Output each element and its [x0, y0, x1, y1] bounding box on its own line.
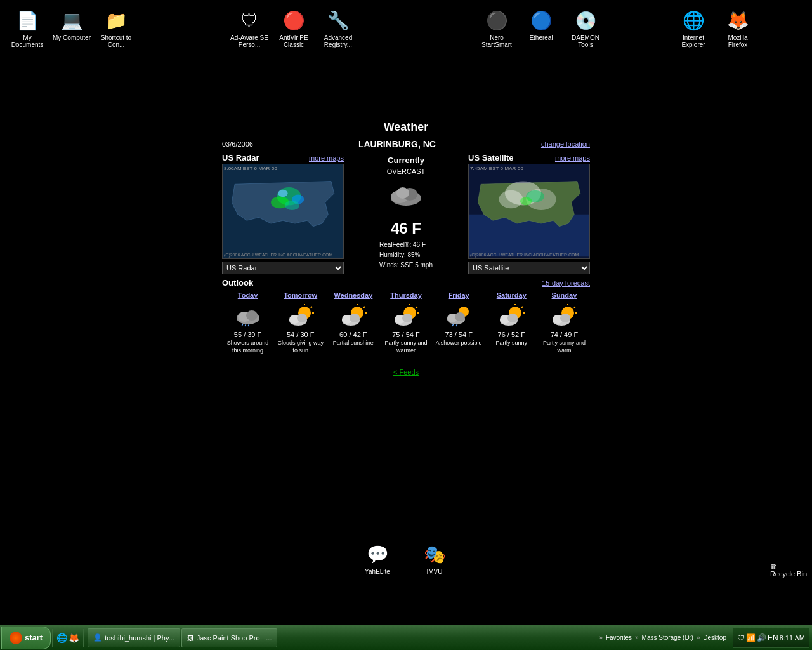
wednesday-name[interactable]: Wednesday — [334, 291, 372, 299]
desktop-icons-top-left: 📄 My Documents 💻 My Computer 📁 Shortcut … — [5, 5, 138, 51]
friday-name[interactable]: Friday — [449, 291, 469, 299]
desktop-icon-firefox[interactable]: 🦊 Mozilla Firefox — [716, 5, 760, 51]
desktop-icon-advanced-registry[interactable]: 🔧 Advanced Registry... — [316, 5, 360, 51]
toshibi-label: toshibi_humshi | Phy... — [105, 634, 174, 642]
desktop-icons-bottom: 💬 YahELite 🎭 IMVU — [355, 539, 457, 578]
start-button[interactable]: start — [1, 627, 51, 649]
firefox-quicklaunch-icon[interactable]: 🦊 — [69, 633, 79, 643]
desktop-icon-ethereal[interactable]: 🔵 Ethereal — [519, 5, 563, 51]
toshibi-icon: 👤 — [93, 633, 102, 642]
taskbar-separator-1 — [52, 629, 53, 647]
tomorrow-name[interactable]: Tomorrow — [284, 291, 317, 299]
daemon-label: DAEMON Tools — [566, 34, 605, 48]
weather-date: 03/6/2006 — [222, 140, 253, 148]
desktop-icon-my-computer[interactable]: 💻 My Computer — [49, 5, 94, 51]
sunday-desc: Partly sunny and warm — [540, 340, 589, 354]
taskbar-desktop[interactable]: Desktop — [700, 634, 729, 641]
us-radar-more-link[interactable]: more maps — [309, 154, 344, 162]
imvu-label: IMVU — [427, 568, 443, 575]
thursday-desc: Partly sunny and warmer — [381, 340, 430, 354]
ie-icon: 🌐 — [681, 8, 706, 33]
svg-line-52 — [521, 307, 523, 308]
us-satellite-more-link[interactable]: more maps — [555, 154, 590, 162]
desktop-icons-middle: 🛡 Ad-Aware SE Perso... 🔴 AntiVir PE Clas… — [227, 5, 360, 51]
outlook-day-today: Today 55 / 39 F Sh — [222, 290, 273, 355]
recycle-bin-icon: 🗑 — [770, 562, 807, 570]
language-tray-icon: EN — [768, 633, 778, 642]
svg-line-20 — [242, 324, 243, 326]
svg-point-47 — [455, 312, 465, 321]
weather-header: 03/6/2006 LAURINBURG, NC change location — [222, 139, 590, 149]
paintshop-icon: 🖼 — [187, 634, 194, 642]
desktop-icon-daemon[interactable]: 💿 DAEMON Tools — [563, 5, 608, 51]
taskbar-right: » Favorites » Mass Storage (D:) » Deskto… — [596, 628, 812, 648]
change-location-link[interactable]: change location — [541, 140, 590, 148]
desktop-icon-adaware[interactable]: 🛡 Ad-Aware SE Perso... — [227, 5, 272, 51]
wednesday-temp: 60 / 42 F — [339, 331, 367, 338]
start-button-label: start — [25, 633, 43, 642]
weather-location: LAURINBURG, NC — [358, 139, 436, 149]
saturday-name[interactable]: Saturday — [497, 291, 527, 299]
start-orb-icon — [10, 632, 22, 644]
taskbar-open-items: 👤 toshibi_humshi | Phy... 🖼 Jasc Paint S… — [88, 628, 596, 647]
thursday-name[interactable]: Thursday — [390, 291, 422, 299]
desktop-icon-my-documents[interactable]: 📄 My Documents — [5, 5, 49, 51]
us-satellite-header: US Satellite more maps — [468, 153, 590, 162]
taskbar-chevron-left: » — [599, 634, 603, 641]
desktop-icon-nero[interactable]: ⚫ Nero StartSmart — [475, 5, 519, 51]
svg-line-59 — [574, 307, 575, 308]
nero-label: Nero StartSmart — [477, 34, 516, 48]
desktop-icon-imvu[interactable]: 🎭 IMVU — [412, 539, 457, 578]
outlook-header: Outlook 15-day forecast — [222, 278, 590, 288]
ie-quicklaunch-icon[interactable]: 🌐 — [56, 633, 67, 643]
forecast-link[interactable]: 15-day forecast — [542, 279, 590, 287]
antivirus-tray-icon: 🛡 — [737, 633, 745, 642]
us-satellite-overlay-text: 7:45AM EST 6-MAR-06 — [470, 166, 523, 171]
us-radar-title: US Radar — [222, 153, 259, 162]
taskbar-item-paintshop[interactable]: 🖼 Jasc Paint Shop Pro - ... — [181, 628, 278, 647]
thursday-icon — [390, 303, 422, 328]
sunday-name[interactable]: Sunday — [552, 291, 577, 299]
currently-realfeel: RealFeel®: 46 F — [379, 240, 433, 250]
desktop-icon-recycle-bin[interactable]: 🗑 Recycle Bin — [770, 562, 807, 578]
wednesday-desc: Partial sunshine — [333, 340, 374, 347]
tomorrow-desc: Clouds giving way to sun — [276, 340, 325, 354]
taskbar-mass-storage[interactable]: Mass Storage (D:) — [639, 634, 696, 641]
us-satellite-title: US Satellite — [468, 153, 514, 162]
shortcut-label: Shortcut to Con... — [96, 34, 136, 48]
us-radar-svg — [223, 164, 343, 258]
svg-point-14 — [499, 190, 523, 209]
friday-icon — [443, 303, 475, 328]
overcast-icon — [387, 180, 425, 215]
taskbar-item-toshibi[interactable]: 👤 toshibi_humshi | Phy... — [88, 628, 180, 647]
volume-tray-icon: 🔊 — [757, 633, 766, 642]
outlook-day-wednesday: Wednesday 60 / 42 F — [327, 290, 379, 355]
currently-title: Currently — [388, 156, 424, 165]
today-name[interactable]: Today — [238, 291, 258, 299]
currently-humidity: Humidity: 85% — [379, 250, 433, 260]
us-satellite-map: 7:45AM EST 6-MAR-06 (C)2006 ACCU WEATHER… — [468, 164, 590, 259]
currently-condition: OVERCAST — [387, 168, 426, 175]
desktop-icon-yahElite[interactable]: 💬 YahELite — [355, 539, 400, 578]
svg-line-39 — [416, 307, 417, 308]
desktop-icons-top: 📄 My Documents 💻 My Computer 📁 Shortcut … — [0, 3, 812, 53]
us-satellite-dropdown[interactable]: US Satellite US Radar Regional Satellite — [468, 262, 590, 274]
my-computer-icon: 💻 — [59, 8, 84, 33]
svg-point-5 — [285, 201, 299, 210]
svg-point-63 — [560, 314, 570, 322]
yahElite-label: YahELite — [365, 568, 390, 575]
desktop-icon-ie[interactable]: 🌐 Internet Explorer — [671, 5, 716, 51]
svg-point-56 — [508, 314, 518, 322]
desktop-icon-shortcut[interactable]: 📁 Shortcut to Con... — [94, 5, 138, 51]
feeds-link[interactable]: < Feeds — [222, 368, 590, 376]
today-desc: Showers around this morning — [223, 340, 272, 354]
us-radar-dropdown[interactable]: US Radar US Satellite Regional Radar — [222, 262, 344, 274]
outlook-day-tomorrow: Tomorrow — [275, 290, 326, 355]
firefox-label: Mozilla Firefox — [718, 34, 757, 48]
ethereal-icon: 🔵 — [528, 8, 554, 33]
svg-point-29 — [297, 314, 307, 322]
taskbar-favorites[interactable]: Favorites — [603, 634, 634, 641]
us-satellite-svg — [469, 164, 589, 258]
antivir-label: AntiVir PE Classic — [274, 34, 313, 48]
desktop-icon-antivir[interactable]: 🔴 AntiVir PE Classic — [272, 5, 316, 51]
